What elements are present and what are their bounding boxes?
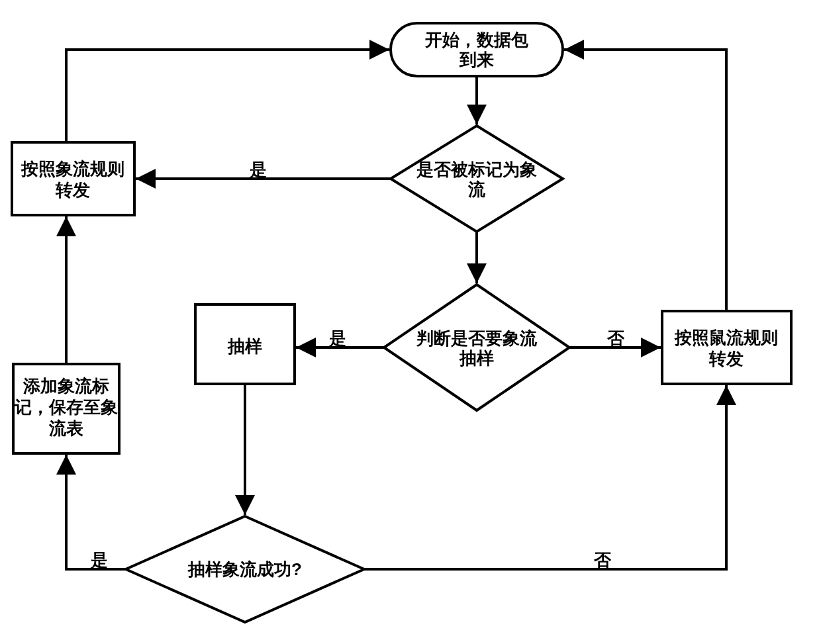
node-start-line2: 到来 <box>459 50 494 69</box>
edge-sampleq-no-label: 否 <box>606 328 625 348</box>
svg-rect-6 <box>12 142 134 215</box>
edge-marked-yes-label: 是 <box>249 160 267 179</box>
node-success-question: 抽样象流成功? <box>126 516 364 622</box>
node-sample-question: 判断是否要象流 抽样 <box>384 285 569 410</box>
node-addmark-line2: 记，保存至象 <box>14 397 118 417</box>
node-fmouse-line2: 转发 <box>708 349 744 369</box>
edge-success-yes-label: 是 <box>90 550 108 570</box>
node-fmouse-line1: 按照鼠流规则 <box>674 328 778 347</box>
node-addmark-line1: 添加象流标 <box>23 376 109 396</box>
node-marked-line1: 是否被标记为象 <box>416 160 537 179</box>
node-sample: 抽样 <box>195 304 295 384</box>
node-add-mark: 添加象流标 记，保存至象 流表 <box>13 364 119 453</box>
edge-success-no <box>364 385 726 569</box>
edge-felep-to-start <box>66 50 389 142</box>
node-marked-question: 是否被标记为象 流 <box>391 126 563 232</box>
svg-rect-7 <box>662 311 791 384</box>
edge-sampleq-yes-label: 是 <box>328 328 346 348</box>
node-start-line1: 开始，数据包 <box>424 30 529 50</box>
flowchart: 开始，数据包 到来 是否被标记为象 流 判断是否要象流 抽样 抽样 抽样象流成功… <box>0 0 821 644</box>
node-addmark-line3: 流表 <box>48 418 83 438</box>
node-success-label: 抽样象流成功? <box>187 559 302 579</box>
node-felep-line1: 按照象流规则 <box>21 159 124 179</box>
node-sample-label: 抽样 <box>227 336 262 356</box>
node-marked-line2: 流 <box>467 179 486 199</box>
node-sampleq-line1: 判断是否要象流 <box>416 328 538 348</box>
edge-fmouse-to-start <box>564 50 726 311</box>
node-felep-line2: 转发 <box>55 180 90 200</box>
edge-success-no-label: 否 <box>593 550 612 570</box>
node-forward-mouse: 按照鼠流规则 转发 <box>662 311 791 384</box>
node-sampleq-line2: 抽样 <box>459 348 494 368</box>
node-start: 开始，数据包 到来 <box>391 23 563 76</box>
node-forward-elephant: 按照象流规则 转发 <box>12 142 134 215</box>
